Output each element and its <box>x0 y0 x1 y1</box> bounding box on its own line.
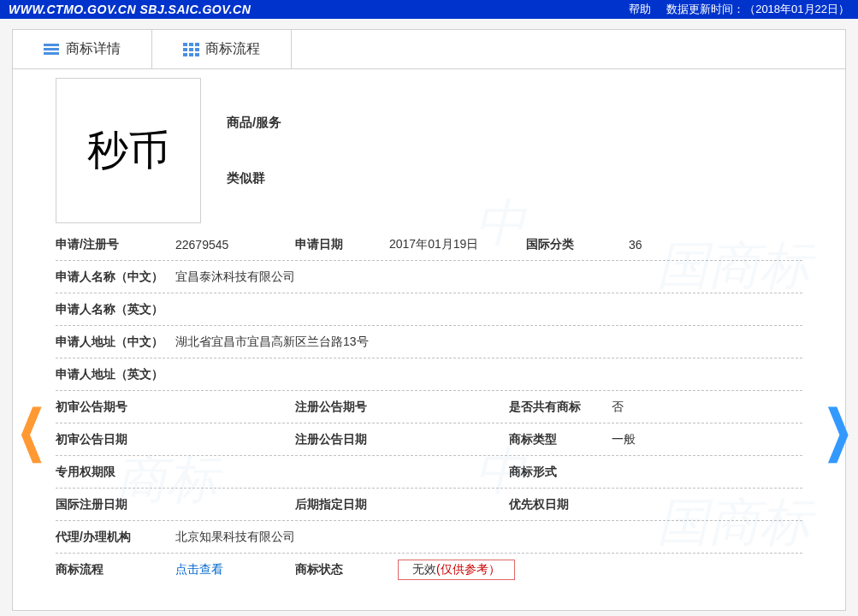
reg-ann-date-label: 注册公告日期 <box>295 432 509 447</box>
help-link[interactable]: 帮助 <box>629 2 651 17</box>
goods-services-label: 商品/服务 <box>227 115 281 131</box>
app-date-label: 申请日期 <box>295 237 389 252</box>
shared: 否 <box>612 400 723 415</box>
row-addr-en: 申请人地址（英文） <box>56 358 802 391</box>
tab-process-label: 商标流程 <box>205 40 260 58</box>
status-label: 商标状态 <box>295 562 398 578</box>
reg-no-label: 申请/注册号 <box>56 237 175 252</box>
row-intl-reg-date: 国际注册日期 后期指定日期 优先权日期 <box>56 489 802 521</box>
tm-type: 一般 <box>612 432 723 447</box>
row-addr-cn: 申请人地址（中文） 湖北省宜昌市宜昌高新区兰台路13号 <box>56 326 802 358</box>
intl-class-label: 国际分类 <box>526 237 629 252</box>
row-prelim-date: 初审公告日期 注册公告日期 商标类型 一般 <box>56 424 802 456</box>
panel: 商标详情 商标流程 中 国商标 商标 中 国商标 秒币 商品/服务 类似群 <box>12 29 846 611</box>
tab-process[interactable]: 商标流程 <box>152 30 292 68</box>
addr-cn: 湖北省宜昌市宜昌高新区兰台路13号 <box>175 335 802 350</box>
applicant-en-label: 申请人名称（英文） <box>56 302 175 317</box>
app-date: 2017年01月19日 <box>389 237 526 252</box>
site-url: WWW.CTMO.GOV.CN SBJ.SAIC.GOV.CN <box>9 3 251 16</box>
top-block: 秒币 商品/服务 类似群 <box>56 78 802 223</box>
reg-no: 22679545 <box>175 238 295 252</box>
reg-ann-no-label: 注册公告期号 <box>295 400 509 415</box>
top-right: 商品/服务 类似群 <box>227 78 281 223</box>
details-body: 中 国商标 商标 中 国商标 秒币 商品/服务 类似群 申请/注册号 22679… <box>13 69 845 595</box>
list-icon <box>44 44 59 56</box>
addr-en-label: 申请人地址（英文） <box>56 367 175 382</box>
trademark-image-text: 秒币 <box>87 123 169 178</box>
applicant-cn-label: 申请人名称（中文） <box>56 270 175 285</box>
trademark-image-box: 秒币 <box>56 78 201 223</box>
grid-icon <box>183 43 198 56</box>
agent-label: 代理/办理机构 <box>56 530 175 545</box>
tab-details-label: 商标详情 <box>66 40 121 58</box>
tab-details[interactable]: 商标详情 <box>13 30 152 68</box>
similar-group-label: 类似群 <box>227 170 281 187</box>
row-agent: 代理/办理机构 北京知果科技有限公司 <box>56 521 802 554</box>
tm-form-label: 商标形式 <box>509 465 620 480</box>
addr-cn-label: 申请人地址（中文） <box>56 335 175 350</box>
priority-date-label: 优先权日期 <box>509 497 620 512</box>
tabs: 商标详情 商标流程 <box>13 30 845 69</box>
later-date-label: 后期指定日期 <box>295 497 509 512</box>
content-wrap: 商标详情 商标流程 中 国商标 商标 中 国商标 秒币 商品/服务 类似群 <box>0 19 858 611</box>
intl-reg-date-label: 国际注册日期 <box>56 497 295 512</box>
tm-type-label: 商标类型 <box>509 432 612 447</box>
row-excl-period: 专用权期限 商标形式 <box>56 456 802 489</box>
update-time: 数据更新时间：（2018年01月22日） <box>666 2 849 17</box>
prelim-no-label: 初审公告期号 <box>56 400 295 415</box>
process-view-link[interactable]: 点击查看 <box>175 562 295 578</box>
status-value: 无效(仅供参考） <box>398 560 515 580</box>
header-right: 帮助 数据更新时间：（2018年01月22日） <box>629 2 849 17</box>
header-bar: WWW.CTMO.GOV.CN SBJ.SAIC.GOV.CN 帮助 数据更新时… <box>0 0 858 19</box>
intl-class: 36 <box>629 238 740 252</box>
row-applicant-cn: 申请人名称（中文） 宜昌泰沐科技有限公司 <box>56 261 802 293</box>
shared-label: 是否共有商标 <box>509 400 612 415</box>
prelim-date-label: 初审公告日期 <box>56 432 295 447</box>
status-box: 无效(仅供参考） <box>398 560 515 580</box>
row-applicant-en: 申请人名称（英文） <box>56 293 802 326</box>
row-reg-no: 申请/注册号 22679545 申请日期 2017年01月19日 国际分类 36 <box>56 228 802 261</box>
excl-period-label: 专用权期限 <box>56 465 509 480</box>
process-row-label: 商标流程 <box>56 562 175 578</box>
agent: 北京知果科技有限公司 <box>175 530 802 545</box>
applicant-cn: 宜昌泰沐科技有限公司 <box>175 270 802 285</box>
row-prelim-no: 初审公告期号 注册公告期号 是否共有商标 否 <box>56 391 802 424</box>
row-process-status: 商标流程 点击查看 商标状态 无效(仅供参考） <box>56 554 802 586</box>
